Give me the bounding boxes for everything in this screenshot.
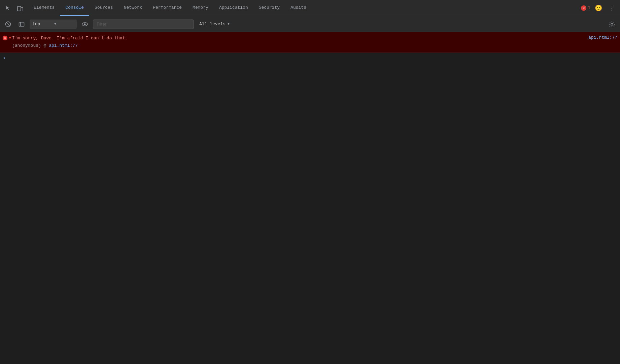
error-main-text: I'm sorry, Dave. I'm afraid I can't do t… <box>12 35 128 42</box>
tab-application[interactable]: Application <box>214 0 253 16</box>
tab-network[interactable]: Network <box>118 0 148 16</box>
error-row-inner: I'm sorry, Dave. I'm afraid I can't do t… <box>12 35 617 49</box>
tab-audits[interactable]: Audits <box>285 0 312 16</box>
cursor-icon-button[interactable] <box>3 3 13 13</box>
error-x-icon: ✕ <box>3 36 7 40</box>
tab-bar: Elements Console Sources Network Perform… <box>0 0 620 16</box>
svg-rect-0 <box>18 6 21 11</box>
settings-button[interactable] <box>607 19 617 30</box>
error-expand-triangle[interactable]: ▼ <box>9 36 11 40</box>
context-chevron-icon: ▼ <box>54 22 74 26</box>
main-tabs: Elements Console Sources Network Perform… <box>28 0 581 16</box>
tab-bar-right: ✕ 1 🙂 ⋮ <box>581 3 617 13</box>
console-prompt[interactable]: › <box>0 52 620 64</box>
error-icon-wrap: ✕ ▼ <box>3 36 11 40</box>
tab-sources[interactable]: Sources <box>89 0 118 16</box>
context-selector[interactable]: top ▼ <box>30 20 77 29</box>
levels-chevron-icon: ▼ <box>228 22 230 26</box>
error-stack-prefix: (anonymous) @ <box>12 43 49 48</box>
filter-input[interactable] <box>93 20 194 29</box>
tab-bar-left-icons <box>3 3 26 13</box>
error-message-block: I'm sorry, Dave. I'm afraid I can't do t… <box>12 35 128 49</box>
svg-line-4 <box>6 23 10 26</box>
tab-elements[interactable]: Elements <box>28 0 60 16</box>
log-levels-selector[interactable]: All levels ▼ <box>197 20 232 29</box>
sidebar-toggle-button[interactable] <box>16 19 27 30</box>
svg-point-9 <box>611 23 613 25</box>
error-count-icon: ✕ <box>581 5 586 11</box>
console-error-row: ✕ ▼ I'm sorry, Dave. I'm afraid I can't … <box>0 32 620 52</box>
error-count: 1 <box>588 5 590 10</box>
context-label: top <box>32 22 52 27</box>
error-badge[interactable]: ✕ 1 <box>581 5 590 11</box>
svg-rect-5 <box>19 22 24 26</box>
tab-performance[interactable]: Performance <box>147 0 187 16</box>
svg-point-8 <box>84 23 86 25</box>
clear-console-button[interactable] <box>3 19 13 30</box>
error-stack-line: (anonymous) @ api.html:77 <box>12 42 128 49</box>
svg-rect-1 <box>21 7 23 11</box>
live-expressions-button[interactable] <box>79 19 90 30</box>
tab-memory[interactable]: Memory <box>187 0 214 16</box>
device-toolbar-button[interactable] <box>15 3 26 13</box>
levels-label: All levels <box>199 22 226 27</box>
error-stack-link[interactable]: api.html:77 <box>49 43 78 48</box>
emoji-button[interactable]: 🙂 <box>593 3 604 13</box>
more-options-button[interactable]: ⋮ <box>607 3 617 13</box>
tab-security[interactable]: Security <box>253 0 285 16</box>
error-location-link[interactable]: api.html:77 <box>588 35 617 40</box>
prompt-chevron-icon: › <box>3 55 6 61</box>
console-toolbar: top ▼ All levels ▼ <box>0 16 620 32</box>
console-output: ✕ ▼ I'm sorry, Dave. I'm afraid I can't … <box>0 32 620 364</box>
tab-console[interactable]: Console <box>60 0 89 16</box>
